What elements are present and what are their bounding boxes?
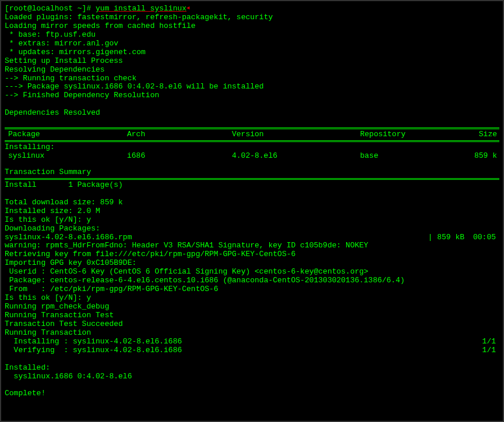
- output-line: Is this ok [y/N]: y: [5, 216, 499, 225]
- command-input: yum install syslinux: [96, 4, 186, 13]
- output-line: Package: centos-release-6-4.el6.centos.1…: [5, 276, 499, 285]
- cell-version: 4.02-8.el6: [232, 152, 360, 161]
- install-count: 1/1: [482, 346, 499, 355]
- output-block-postdownload: warning: rpmts_HdrFromFdno: Header V3 RS…: [5, 242, 499, 337]
- output-line: ---> Package syslinux.i686 0:4.02-8.el6 …: [5, 83, 499, 91]
- table-row: syslinuxi6864.02-8.el6base859 k: [5, 152, 499, 161]
- arrow-icon: ◀: [186, 5, 189, 11]
- output-line: [5, 100, 499, 109]
- output-line: --> Running transaction check: [5, 75, 499, 83]
- table-header-row: Package Arch Version Repository Size: [5, 130, 499, 139]
- output-line: From : /etc/pki/rpm-gpg/RPM-GPG-KEY-Cent…: [5, 285, 499, 294]
- header-arch: Arch: [127, 130, 232, 139]
- output-line: Downloading Packages:: [5, 225, 499, 233]
- terminal-window[interactable]: [root@localhost ~]# yum install syslinux…: [5, 5, 499, 398]
- output-line: Retrieving key from file:///etc/pki/rpm-…: [5, 250, 499, 259]
- output-line: Complete!: [5, 389, 499, 398]
- install-summary: Install 1 Package(s): [5, 181, 499, 190]
- install-progress-rows: Installing : syslinux-4.02-8.el6.i6861/1…: [5, 338, 499, 355]
- output-line: Running Transaction Test: [5, 311, 499, 320]
- divider: [5, 140, 499, 142]
- output-line: warning: rpmts_HdrFromFdno: Header V3 RS…: [5, 242, 499, 250]
- output-line: [5, 381, 499, 389]
- output-line: Installed size: 2.0 M: [5, 207, 499, 216]
- divider: [5, 178, 499, 180]
- output-line: Loaded plugins: fastestmirror, refresh-p…: [5, 13, 499, 22]
- output-line: --> Finished Dependency Resolution: [5, 91, 499, 100]
- download-size: | 859 kB: [418, 233, 464, 242]
- output-line: Loading mirror speeds from cached hostfi…: [5, 22, 499, 31]
- output-line: Is this ok [y/N]: y: [5, 294, 499, 303]
- shell-prompt: [root@localhost ~]#: [5, 4, 96, 13]
- divider: [5, 127, 499, 129]
- install-count: 1/1: [482, 338, 499, 346]
- cell-arch: i686: [127, 152, 232, 161]
- download-line: syslinux-4.02-8.el6.i686.rpm | 859 kB 00…: [5, 233, 499, 242]
- output-line: Importing GPG key 0xC105B9DE:: [5, 259, 499, 268]
- output-line: [5, 355, 499, 364]
- output-line: Setting up Install Process: [5, 57, 499, 66]
- download-time: 00:05: [464, 233, 499, 242]
- install-row: Installing : syslinux-4.02-8.el6.i6861/1: [5, 338, 499, 346]
- output-line: Dependencies Resolved: [5, 109, 499, 118]
- prompt-line: [root@localhost ~]# yum install syslinux…: [5, 5, 499, 13]
- output-line: * extras: mirror.anl.gov: [5, 40, 499, 48]
- header-version: Version: [232, 130, 360, 139]
- output-line: Running rpm_check_debug: [5, 303, 499, 311]
- installing-label: Installing:: [5, 143, 499, 152]
- cell-repo: base: [360, 152, 462, 161]
- output-block-pre: Loaded plugins: fastestmirror, refresh-p…: [5, 13, 499, 126]
- output-line: Running Transaction: [5, 329, 499, 338]
- output-line: * base: ftp.usf.edu: [5, 31, 499, 40]
- cell-size: 859 k: [462, 152, 499, 161]
- transaction-summary-label: Transaction Summary: [5, 168, 499, 177]
- output-line: [5, 118, 499, 126]
- header-package: Package: [5, 130, 127, 139]
- output-line: * updates: mirrors.gigenet.com: [5, 48, 499, 57]
- install-label: Verifying : syslinux-4.02-8.el6.i686: [5, 346, 482, 355]
- package-rows: syslinuxi6864.02-8.el6base859 k: [5, 152, 499, 161]
- install-row: Verifying : syslinux-4.02-8.el6.i6861/1: [5, 346, 499, 355]
- output-line: Total download size: 859 k: [5, 198, 499, 207]
- output-block-postsummary: Total download size: 859 kInstalled size…: [5, 190, 499, 233]
- header-repo: Repository: [360, 130, 462, 139]
- output-line: [5, 190, 499, 198]
- output-line: Userid : CentOS-6 Key (CentOS 6 Official…: [5, 268, 499, 276]
- output-block-final: Installed: syslinux.i686 0:4.02-8.el6 Co…: [5, 355, 499, 399]
- output-line: Resolving Dependencies: [5, 66, 499, 75]
- cell-package: syslinux: [5, 152, 127, 161]
- header-size: Size: [462, 130, 499, 139]
- output-line: Transaction Test Succeeded: [5, 320, 499, 329]
- download-file: syslinux-4.02-8.el6.i686.rpm: [5, 233, 418, 242]
- install-label: Installing : syslinux-4.02-8.el6.i686: [5, 338, 482, 346]
- output-line: Installed:: [5, 364, 499, 373]
- output-line: syslinux.i686 0:4.02-8.el6: [5, 373, 499, 381]
